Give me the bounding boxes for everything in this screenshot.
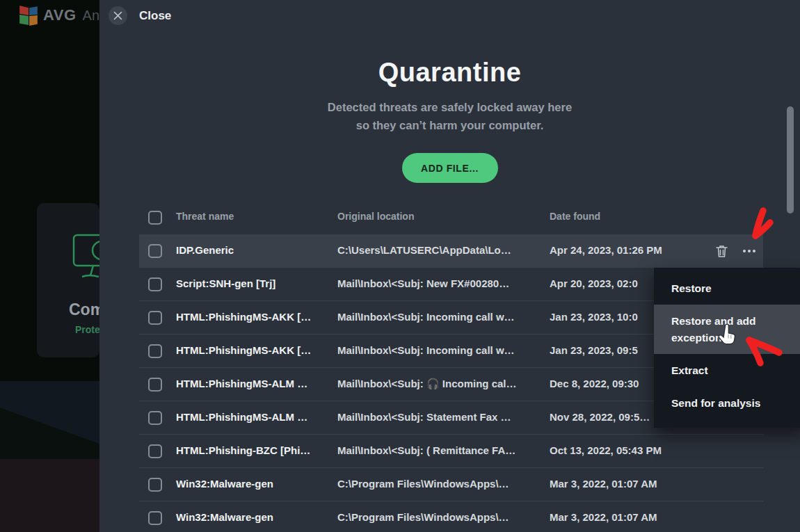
avg-logo: AVG Ant bbox=[19, 5, 104, 26]
original-location: C:\Users\LATUSERC\AppData\Lo… bbox=[337, 244, 546, 256]
threat-name: IDP.Generic bbox=[176, 244, 335, 256]
original-location: Mail\Inbox\<Subj: ( Remittance FA… bbox=[337, 444, 546, 456]
table-row[interactable]: HTML:Phishing-BZC [Phi… Mail\Inbox\<Subj… bbox=[139, 435, 763, 468]
row-actions bbox=[713, 234, 758, 268]
trash-icon bbox=[716, 245, 728, 258]
date-found: Oct 13, 2022, 05:43 PM bbox=[550, 444, 710, 456]
tuneup-section: ! Your 387 iss bbox=[0, 459, 99, 532]
row-checkbox[interactable] bbox=[148, 511, 162, 525]
original-location: Mail\Inbox\<Subj: 🎧 Incoming cal… bbox=[337, 378, 546, 390]
add-file-button[interactable]: ADD FILE... bbox=[402, 153, 498, 183]
original-location: Mail\Inbox\<Subj: New FX#00280… bbox=[337, 277, 546, 289]
row-checkbox[interactable] bbox=[148, 411, 162, 425]
original-location: Mail\Inbox\<Subj: Statement Fax … bbox=[337, 411, 546, 423]
update-section: YOU’R Last upda bbox=[0, 381, 99, 459]
background-app-window: AVG Ant Com Prote YOU’R Last upda bbox=[0, 0, 99, 532]
delete-button[interactable] bbox=[713, 243, 730, 259]
original-location: C:\Program Files\WindowsApps\… bbox=[337, 478, 546, 490]
row-checkbox[interactable] bbox=[148, 378, 162, 392]
context-menu-item[interactable]: Send for analysis bbox=[654, 387, 800, 419]
more-options-button[interactable] bbox=[741, 243, 758, 259]
column-threat-name: Threat name bbox=[176, 211, 234, 222]
computer-card-status: Prote bbox=[75, 324, 100, 335]
close-icon bbox=[113, 11, 122, 20]
threat-name: Win32:Malware-gen bbox=[176, 511, 335, 523]
table-row[interactable]: IDP.Generic C:\Users\LATUSERC\AppData\Lo… bbox=[139, 234, 763, 268]
threat-name: HTML:PhishingMS-AKK [… bbox=[176, 344, 335, 356]
context-menu-item[interactable]: Restore bbox=[654, 272, 800, 305]
row-checkbox[interactable] bbox=[148, 478, 162, 492]
table-row[interactable]: Win32:Malware-gen C:\Program Files\Windo… bbox=[139, 468, 763, 501]
context-menu: Restore Restore and add exception Extrac… bbox=[654, 268, 800, 428]
column-date-found: Date found bbox=[550, 211, 600, 222]
close-label[interactable]: Close bbox=[139, 9, 171, 23]
threat-name: HTML:PhishingMS-ALM … bbox=[176, 411, 335, 423]
ellipsis-icon bbox=[742, 249, 756, 253]
row-checkbox[interactable] bbox=[148, 277, 162, 291]
threat-name: HTML:Phishing-BZC [Phi… bbox=[176, 444, 335, 456]
select-all-checkbox[interactable] bbox=[148, 211, 162, 225]
threat-name: Win32:Malware-gen bbox=[176, 478, 335, 490]
scrollbar-thumb[interactable] bbox=[787, 106, 794, 213]
date-found: Apr 24, 2023, 01:26 PM bbox=[550, 244, 710, 256]
row-checkbox[interactable] bbox=[148, 444, 162, 458]
context-menu-item[interactable]: Restore and add exception bbox=[654, 305, 800, 354]
row-checkbox[interactable] bbox=[148, 311, 162, 325]
row-checkbox[interactable] bbox=[148, 344, 162, 358]
original-location: C:\Program Files\WindowsApps\… bbox=[337, 511, 546, 523]
page-subtitle: Detected threats are safely locked away … bbox=[99, 98, 800, 134]
original-location: Mail\Inbox\<Subj: Incoming call w… bbox=[337, 311, 546, 323]
original-location: Mail\Inbox\<Subj: Incoming call w… bbox=[337, 344, 546, 356]
table-header: Threat name Original location Date found bbox=[139, 205, 763, 234]
computer-protection-card: Com Prote bbox=[37, 203, 99, 357]
page-title: Quarantine bbox=[99, 58, 800, 88]
date-found: Mar 3, 2022, 01:07 AM bbox=[550, 478, 710, 490]
subtitle-line-1: Detected threats are safely locked away … bbox=[328, 101, 572, 113]
screen: { "background_app": { "logo_text": "AVG"… bbox=[0, 0, 800, 532]
table-row[interactable]: Win32:Malware-gen C:\Program Files\Windo… bbox=[139, 501, 763, 532]
avg-logo-text: AVG bbox=[43, 6, 77, 24]
close-button[interactable] bbox=[109, 6, 127, 25]
subtitle-line-2: so they can’t harm your computer. bbox=[356, 119, 544, 131]
date-found: Mar 3, 2022, 01:07 AM bbox=[550, 511, 710, 523]
quarantine-panel: Close Quarantine Detected threats are sa… bbox=[99, 0, 800, 532]
threat-name: HTML:PhishingMS-ALM … bbox=[176, 378, 335, 389]
close-row: Close bbox=[109, 6, 171, 25]
row-checkbox[interactable] bbox=[148, 244, 162, 258]
threat-name: HTML:PhishingMS-AKK [… bbox=[176, 311, 335, 323]
column-original-location: Original location bbox=[337, 211, 414, 222]
context-menu-item[interactable]: Extract bbox=[654, 354, 800, 387]
threat-name: Script:SNH-gen [Trj] bbox=[176, 277, 335, 289]
avg-logo-icon bbox=[19, 5, 38, 26]
computer-monitor-icon bbox=[72, 232, 99, 289]
